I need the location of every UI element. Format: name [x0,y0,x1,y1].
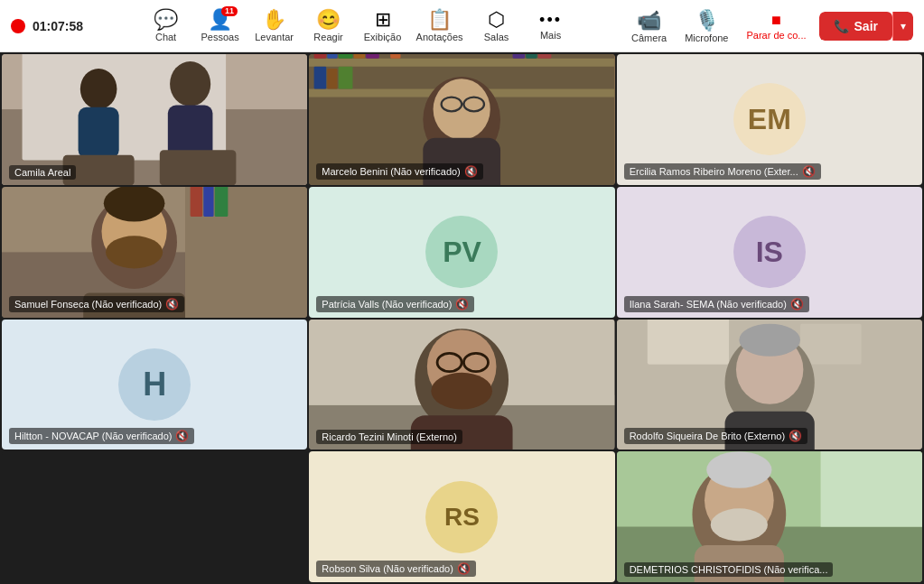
participant-name-patricia: Patrícia Valls (Não verificado) [316,296,474,312]
phone-icon: 📞 [834,19,849,33]
notes-icon: 📋 [427,10,452,30]
svg-rect-24 [339,67,353,89]
camera-icon: 📹 [637,9,661,32]
participant-cell-ercilia: EM Ercilia Ramos Ribeiro Moreno (Exter..… [617,54,922,185]
react-icon: 😊 [316,10,341,30]
svg-point-50 [432,372,493,409]
svg-rect-34 [191,187,203,217]
leave-label: Sair [854,19,878,33]
avatar-ilana: IS [733,216,806,288]
participant-cell-ilana: IS Ilana Sarah- SEMA (Não verificado) [617,187,922,318]
rooms-button[interactable]: ⬡ Salas [471,6,523,46]
participant-name-camila: Camila Areal [9,165,76,180]
mic-off-marcelo [464,165,478,178]
participant-name-ilana: Ilana Sarah- SEMA (Não verificado) [624,296,809,312]
more-button[interactable]: ••• Mais [525,8,577,44]
chat-icon: 💬 [154,10,178,30]
leave-button[interactable]: 📞 Sair [819,12,892,41]
notes-button[interactable]: 📋 Anotações [411,6,469,46]
avatar-hiltton: H [118,348,191,421]
mic-label: Microfone [685,32,728,43]
svg-point-67 [710,509,767,542]
svg-rect-17 [366,54,379,59]
topbar-left: 01:07:58 [11,19,83,33]
avatar-ercilia: EM [733,83,806,155]
svg-rect-55 [800,323,862,364]
participant-name-demetrios: DEMETRIOS CHRISTOFIDIS (Não verifica... [624,562,834,577]
people-icon: 👤11 [208,10,232,30]
leave-group: 📞 Sair ▾ [819,12,913,41]
participant-name-ricardo: Ricardo Tezini Minoti (Externo) [316,430,462,444]
leave-chevron-button[interactable]: ▾ [892,12,913,41]
mic-off-samuel [165,298,179,311]
stop-recording-button[interactable]: ■ Parar de co... [741,7,811,44]
raise-hand-button[interactable]: ✋ Levantar [248,6,301,46]
video-grid: Camila Areal [0,52,924,584]
topbar: 01:07:58 💬 Chat 👤11 Pessoas ✋ Levantar 😊… [0,0,924,52]
svg-rect-21 [538,54,552,59]
stop-label: Parar de co... [746,30,806,41]
svg-rect-14 [328,54,338,59]
participant-name-robson: Robson Silva (Não verificado) [316,561,476,577]
mic-off-rodolfo [789,430,802,442]
notes-label: Anotações [416,32,463,42]
view-icon: ⊞ [375,10,391,30]
avatar-robson: RS [425,481,498,553]
svg-point-66 [706,451,771,488]
participant-name-rodolfo: Rodolfo Siqueira De Brito (Externo) [624,428,807,444]
participant-cell-rodolfo: Rodolfo Siqueira De Brito (Externo) [617,320,922,450]
svg-rect-18 [391,54,401,59]
mic-off-patricia [455,298,469,311]
svg-point-39 [106,236,163,268]
record-icon [11,19,25,33]
participant-name-marcelo: Marcelo Benini (Não verificado) [316,163,482,180]
mic-off-ilana [790,298,804,311]
participant-cell-marcelo: Marcelo Benini (Não verificado) [309,54,614,185]
mic-button[interactable]: 🎙️ Microfone [679,5,733,47]
svg-point-58 [739,323,800,356]
svg-rect-63 [820,451,922,527]
svg-rect-36 [215,187,229,217]
participant-name-samuel: Samuel Fonseca (Não verificado) [9,296,184,312]
raise-hand-icon: ✋ [262,10,286,30]
view-label: Exibição [364,32,402,42]
svg-rect-23 [328,69,338,89]
svg-rect-35 [203,187,213,217]
participant-cell-demetrios: DEMETRIOS CHRISTOFIDIS (Não verifica... [617,451,922,582]
mic-off-hiltton [175,430,189,442]
more-label: Mais [540,30,561,41]
people-badge: 11 [221,6,238,16]
react-button[interactable]: 😊 Reagir [303,6,355,46]
svg-rect-4 [79,107,119,158]
mic-off-ercilia [802,165,816,178]
rooms-label: Salas [484,32,509,42]
svg-rect-8 [160,150,237,185]
people-button[interactable]: 👤11 Pessoas [194,6,247,46]
mic-icon: 🎙️ [695,9,719,32]
participant-cell-samuel: Samuel Fonseca (Não verificado) [2,187,307,318]
svg-point-5 [170,61,210,107]
camera-button[interactable]: 📹 Câmera [626,5,672,47]
svg-point-3 [80,69,117,109]
svg-rect-20 [527,54,537,59]
timer: 01:07:58 [33,19,83,33]
view-button[interactable]: ⊞ Exibição [357,6,409,46]
svg-rect-13 [314,54,327,59]
topbar-right: 📹 Câmera 🎙️ Microfone ■ Parar de co... 📞… [626,5,913,47]
participant-cell-robson: RS Robson Silva (Não verificado) [309,451,614,582]
rooms-icon: ⬡ [488,10,505,30]
participant-cell-patricia: PV Patrícia Valls (Não verificado) [309,187,614,318]
svg-rect-16 [354,54,365,59]
participant-cell-empty [2,451,307,582]
react-label: Reagir [313,32,342,42]
avatar-patricia: PV [425,216,498,288]
raise-hand-label: Levantar [255,32,294,42]
svg-rect-11 [309,59,614,67]
svg-rect-19 [513,54,526,59]
svg-rect-15 [339,54,353,59]
participant-cell-camila: Camila Areal [2,54,307,185]
participant-cell-ricardo: Ricardo Tezini Minoti (Externo) [309,320,614,450]
svg-rect-22 [314,67,327,89]
chat-button[interactable]: 💬 Chat [140,6,192,46]
people-label: Pessoas [201,32,238,42]
